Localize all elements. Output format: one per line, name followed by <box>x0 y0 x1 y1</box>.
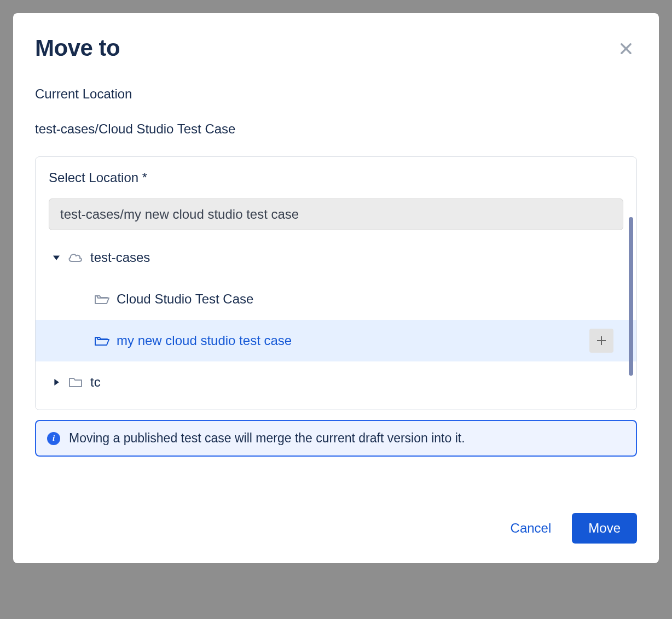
chevron-down-icon[interactable] <box>49 254 64 261</box>
plus-icon <box>596 335 607 346</box>
svg-marker-2 <box>53 255 60 260</box>
select-location-label: Select Location * <box>36 170 636 185</box>
folder-closed-icon <box>66 375 85 390</box>
modal-title: Move to <box>35 35 120 61</box>
tree-node-my-new-cloud-studio-test-case[interactable]: my new cloud studio test case <box>36 320 636 361</box>
current-location-value: test-cases/Cloud Studio Test Case <box>35 121 637 137</box>
close-icon <box>618 41 634 56</box>
cloud-icon <box>66 250 85 265</box>
cancel-button[interactable]: Cancel <box>505 514 557 542</box>
tree-node-tc[interactable]: tc <box>36 361 636 403</box>
tree-node-label: Cloud Studio Test Case <box>117 291 253 307</box>
folder-open-icon <box>92 333 111 348</box>
chevron-right-icon[interactable] <box>49 379 64 386</box>
close-button[interactable] <box>615 37 637 62</box>
current-location-label: Current Location <box>35 86 637 102</box>
location-path-input[interactable] <box>49 198 623 230</box>
select-location-panel: Select Location * test-cases <box>35 156 637 410</box>
folder-open-icon <box>92 291 111 307</box>
info-message: Moving a published test case will merge … <box>69 431 465 446</box>
info-banner: i Moving a published test case will merg… <box>35 420 637 457</box>
tree-scrollbar[interactable] <box>629 217 633 376</box>
move-to-modal: Move to Current Location test-cases/Clou… <box>13 13 659 563</box>
location-tree: test-cases Cloud Studio Test Case <box>36 237 636 403</box>
move-button[interactable]: Move <box>572 513 637 544</box>
modal-header: Move to <box>35 35 637 62</box>
modal-footer: Cancel Move <box>35 491 637 544</box>
tree-node-label: test-cases <box>90 250 150 265</box>
tree-node-label: tc <box>90 375 101 390</box>
tree-node-label: my new cloud studio test case <box>117 333 292 348</box>
add-folder-button[interactable] <box>589 329 613 353</box>
svg-marker-5 <box>54 379 59 386</box>
tree-node-test-cases[interactable]: test-cases <box>36 237 636 278</box>
tree-node-cloud-studio-test-case[interactable]: Cloud Studio Test Case <box>36 278 636 320</box>
info-icon: i <box>47 432 60 445</box>
